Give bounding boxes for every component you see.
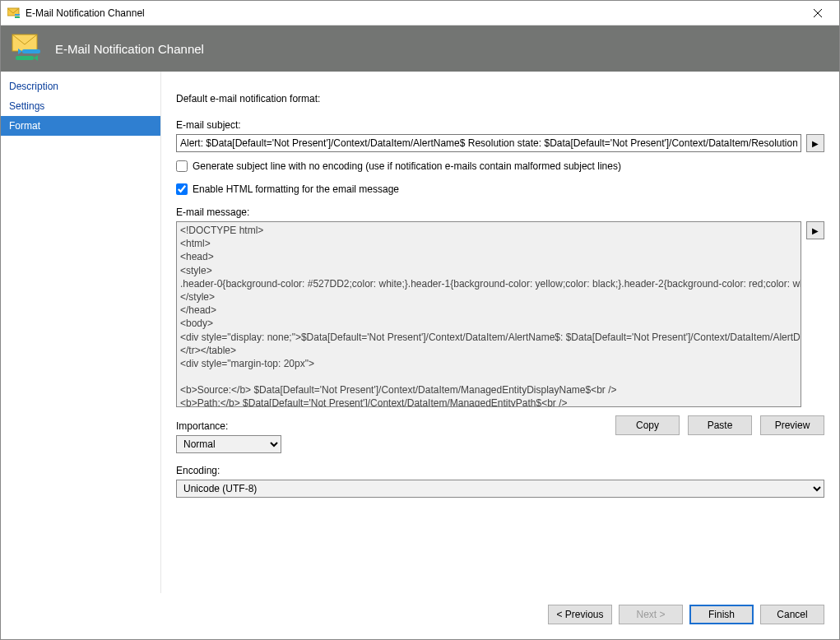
sidebar-item-settings[interactable]: Settings (1, 96, 160, 116)
enable-html-checkbox-row[interactable]: Enable HTML formatting for the email mes… (176, 183, 824, 195)
chevron-right-icon: ▶ (812, 226, 819, 235)
finish-button[interactable]: Finish (689, 605, 754, 624)
main-panel: Default e-mail notification format: E-ma… (161, 72, 839, 593)
close-button[interactable] (799, 1, 836, 25)
banner-title: E-Mail Notification Channel (55, 42, 204, 56)
dialog-window: E-Mail Notification Channel E-Mail Notif… (0, 0, 840, 640)
svg-rect-6 (22, 49, 40, 53)
sidebar: Description Settings Format (1, 72, 161, 593)
message-variable-picker-button[interactable]: ▶ (806, 221, 824, 239)
no-encoding-checkbox-row[interactable]: Generate subject line with no encoding (… (176, 160, 824, 172)
email-subject-input[interactable] (176, 134, 801, 152)
cancel-button[interactable]: Cancel (760, 605, 824, 624)
no-encoding-checkbox[interactable] (176, 160, 188, 172)
app-icon (7, 7, 21, 20)
svg-rect-2 (15, 16, 20, 18)
enable-html-checkbox[interactable] (176, 183, 188, 195)
encoding-select[interactable]: Unicode (UTF-8) (176, 480, 824, 498)
subject-variable-picker-button[interactable]: ▶ (806, 134, 824, 152)
enable-html-label: Enable HTML formatting for the email mes… (193, 183, 399, 195)
body: Description Settings Format Default e-ma… (1, 72, 839, 593)
subject-label: E-mail subject: (176, 119, 824, 131)
mail-icon (11, 33, 44, 65)
no-encoding-label: Generate subject line with no encoding (… (193, 160, 621, 172)
svg-marker-9 (34, 55, 38, 61)
chevron-right-icon: ▶ (812, 139, 819, 148)
previous-button[interactable]: < Previous (548, 605, 612, 624)
email-message-textarea[interactable] (176, 221, 801, 407)
sidebar-item-description[interactable]: Description (1, 77, 160, 96)
svg-rect-1 (15, 14, 20, 16)
preview-button[interactable]: Preview (760, 415, 824, 435)
encoding-label: Encoding: (176, 465, 824, 476)
wizard-footer: < Previous Next > Finish Cancel (1, 593, 839, 639)
intro-label: Default e-mail notification format: (176, 93, 824, 104)
window-title: E-Mail Notification Channel (26, 7, 799, 19)
paste-button[interactable]: Paste (688, 415, 752, 435)
svg-rect-8 (16, 56, 34, 60)
next-button: Next > (619, 605, 683, 624)
titlebar: E-Mail Notification Channel (1, 1, 839, 26)
message-label: E-mail message: (176, 206, 824, 218)
importance-select[interactable]: Normal (176, 435, 281, 453)
sidebar-item-format[interactable]: Format (1, 116, 160, 136)
copy-button[interactable]: Copy (615, 415, 680, 435)
importance-label: Importance: (176, 420, 281, 432)
banner: E-Mail Notification Channel (1, 26, 839, 72)
